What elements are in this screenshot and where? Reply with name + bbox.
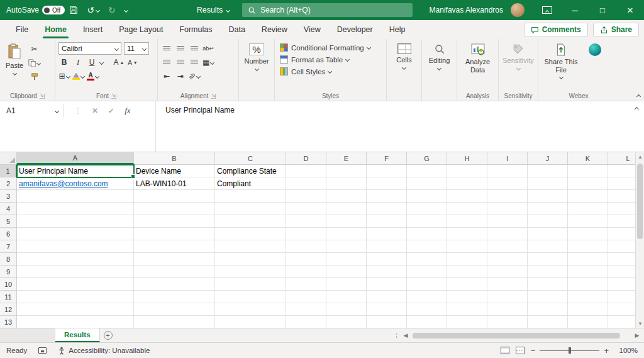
format-painter-button[interactable] [28,70,40,83]
cell-I6[interactable] [487,228,528,240]
cell-K11[interactable] [568,291,608,303]
cell-G3[interactable] [407,190,447,203]
cell-K3[interactable] [568,190,608,203]
increase-font-button[interactable]: A▲ [113,56,125,69]
cell-C9[interactable] [215,266,286,278]
close-button[interactable]: ✕ [616,0,644,20]
cell-F8[interactable] [367,253,407,266]
cell-D5[interactable] [286,215,326,228]
cell-B1[interactable]: Device Name [134,165,215,177]
cell-I3[interactable] [487,190,528,203]
cell-B9[interactable] [134,266,215,278]
cell-H8[interactable] [447,253,487,266]
row-header-5[interactable]: 5 [0,215,17,228]
column-header-B[interactable]: B [134,152,215,164]
share-this-file-button[interactable]: Share This File [541,42,580,81]
maximize-button[interactable]: □ [589,0,616,20]
cut-button[interactable]: ✂ [28,43,40,55]
cell-B10[interactable] [134,278,215,291]
menu-tab-insert[interactable]: Insert [75,20,111,39]
row-header-12[interactable]: 12 [0,303,17,316]
cell-J12[interactable] [528,303,568,316]
cell-G11[interactable] [407,291,447,303]
cell-B12[interactable] [134,303,215,316]
align-center-button[interactable] [175,56,186,69]
menu-tab-page-layout[interactable]: Page Layout [111,20,171,39]
menu-tab-formulas[interactable]: Formulas [171,20,220,39]
cell-I11[interactable] [487,291,528,303]
formula-input[interactable]: User Principal Name [155,101,628,152]
cell-D10[interactable] [286,278,326,291]
align-right-button[interactable] [189,56,200,69]
paste-button[interactable]: Paste [3,42,26,83]
cell-H12[interactable] [447,303,487,316]
row-header-13[interactable]: 13 [0,316,17,328]
cell-F9[interactable] [367,266,407,278]
menu-tab-developer[interactable]: Developer [329,20,381,39]
horizontal-scrollbar[interactable]: ⁞ ◀ ▶ [396,328,644,342]
column-header-I[interactable]: I [487,152,528,164]
cell-K4[interactable] [568,203,608,215]
cell-E10[interactable] [326,278,367,291]
cell-D3[interactable] [286,190,326,203]
insert-function-button[interactable]: fx [125,106,130,116]
cell-G4[interactable] [407,203,447,215]
cell-J10[interactable] [528,278,568,291]
row-header-4[interactable]: 4 [0,203,17,215]
collapse-ribbon-icon[interactable] [636,94,641,99]
cell-C5[interactable] [215,215,286,228]
workbook-title[interactable]: Results [192,6,235,14]
cell-F4[interactable] [367,203,407,215]
cell-J3[interactable] [528,190,568,203]
cell-K1[interactable] [568,165,608,177]
scroll-left-icon[interactable]: ◀ [401,331,410,340]
cell-B11[interactable] [134,291,215,303]
cell-E7[interactable] [326,240,367,253]
cell-D9[interactable] [286,266,326,278]
cell-A3[interactable] [17,190,134,203]
cell-D8[interactable] [286,253,326,266]
save-button[interactable] [65,0,82,20]
cell-B5[interactable] [134,215,215,228]
cell-J6[interactable] [528,228,568,240]
cell-F3[interactable] [367,190,407,203]
cell-K9[interactable] [568,266,608,278]
cell-K10[interactable] [568,278,608,291]
minimize-button[interactable]: ─ [561,0,589,20]
zoom-level[interactable]: 100% [615,347,638,354]
cell-F11[interactable] [367,291,407,303]
column-header-G[interactable]: G [407,152,447,164]
cell-A7[interactable] [17,240,134,253]
sensitivity-button[interactable]: Sensitivity [502,42,535,72]
cell-G7[interactable] [407,240,447,253]
row-header-6[interactable]: 6 [0,228,17,240]
cell-E12[interactable] [326,303,367,316]
macro-record-button[interactable] [38,347,47,354]
cell-G6[interactable] [407,228,447,240]
menu-tab-help[interactable]: Help [381,20,414,39]
new-sheet-button[interactable]: + [100,328,116,342]
cell-C4[interactable] [215,203,286,215]
zoom-slider-thumb[interactable] [569,347,571,354]
cell-D2[interactable] [286,177,326,190]
cell-L2[interactable] [608,177,635,190]
cell-C10[interactable] [215,278,286,291]
cell-L12[interactable] [608,303,635,316]
cell-I1[interactable] [487,165,528,177]
cell-E2[interactable] [326,177,367,190]
wrap-text-button[interactable]: ab↩ [203,42,214,55]
cell-G5[interactable] [407,215,447,228]
cell-E11[interactable] [326,291,367,303]
column-header-J[interactable]: J [528,152,568,164]
cell-E4[interactable] [326,203,367,215]
cell-H11[interactable] [447,291,487,303]
cell-L4[interactable] [608,203,635,215]
cell-L7[interactable] [608,240,635,253]
share-button[interactable]: Share [593,23,639,37]
cell-K5[interactable] [568,215,608,228]
cell-C3[interactable] [215,190,286,203]
font-name-combo[interactable]: Calibri [58,42,121,55]
cell-I4[interactable] [487,203,528,215]
cell-D4[interactable] [286,203,326,215]
cell-G2[interactable] [407,177,447,190]
